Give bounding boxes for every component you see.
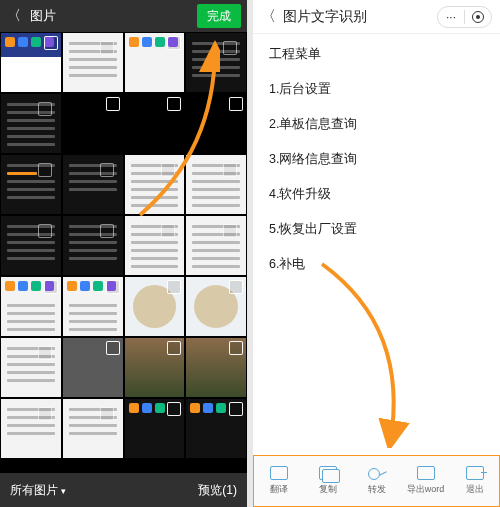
checkbox-icon[interactable] [223, 163, 237, 177]
toolbar-label: 转发 [368, 483, 386, 496]
toolbar-label: 复制 [319, 483, 337, 496]
ocr-line: 3.网络信息查询 [269, 151, 484, 168]
ocr-line: 工程菜单 [269, 46, 484, 63]
checkbox-icon[interactable] [223, 224, 237, 238]
thumbnail[interactable] [62, 154, 124, 215]
thumbnail[interactable] [0, 276, 62, 337]
checkbox-icon[interactable] [100, 407, 114, 421]
thumbnail[interactable] [0, 32, 62, 93]
close-icon[interactable] [465, 11, 491, 23]
thumbnail-grid [0, 32, 247, 473]
thumbnail[interactable] [185, 276, 247, 337]
thumbnail[interactable] [0, 215, 62, 276]
ocr-result-body: 工程菜单 1.后台设置 2.单板信息查询 3.网络信息查询 4.软件升级 5.恢… [253, 34, 500, 455]
checkbox-icon[interactable] [38, 224, 52, 238]
gallery-footer: 所有图片▾ 预览(1) [0, 473, 247, 507]
thumbnail[interactable] [185, 154, 247, 215]
checkbox-icon[interactable] [167, 280, 181, 294]
checkbox-icon[interactable] [38, 163, 52, 177]
toolbar-label: 翻译 [270, 483, 288, 496]
thumbnail[interactable] [185, 337, 247, 398]
thumbnail[interactable] [124, 32, 186, 93]
thumbnail[interactable] [0, 398, 62, 459]
checkbox-icon[interactable] [167, 402, 181, 416]
ocr-toolbar: 翻译 复制 转发 导出word 退出 [253, 455, 500, 507]
ocr-header: 〈 图片文字识别 ··· [253, 0, 500, 34]
ocr-line: 5.恢复出厂设置 [269, 221, 484, 238]
ocr-line: 1.后台设置 [269, 81, 484, 98]
checkbox-icon[interactable] [229, 97, 243, 111]
checkbox-icon[interactable] [106, 280, 120, 294]
thumbnail[interactable] [62, 398, 124, 459]
gallery-title: 图片 [28, 7, 191, 25]
thumbnail[interactable] [62, 93, 124, 154]
back-icon[interactable]: 〈 [0, 7, 28, 25]
checkbox-icon[interactable] [38, 346, 52, 360]
copy-icon [319, 466, 337, 480]
thumbnail[interactable] [62, 32, 124, 93]
checkbox-icon[interactable] [100, 224, 114, 238]
more-icon[interactable]: ··· [438, 10, 464, 24]
thumbnail[interactable] [124, 154, 186, 215]
checkbox-icon[interactable] [229, 341, 243, 355]
thumbnail[interactable] [124, 93, 186, 154]
thumbnail[interactable] [62, 337, 124, 398]
checkbox-icon[interactable] [100, 41, 114, 55]
gallery-screen: 〈 图片 完成 [0, 0, 247, 507]
checkbox-icon[interactable] [161, 163, 175, 177]
share-icon [368, 466, 386, 480]
translate-icon [270, 466, 288, 480]
thumbnail[interactable] [185, 32, 247, 93]
exit-icon [466, 466, 484, 480]
checkbox-icon[interactable] [38, 407, 52, 421]
thumbnail[interactable] [124, 337, 186, 398]
ocr-title: 图片文字识别 [281, 8, 437, 26]
thumbnail[interactable] [124, 398, 186, 459]
ocr-line: 4.软件升级 [269, 186, 484, 203]
word-icon [417, 466, 435, 480]
checkbox-icon[interactable] [229, 402, 243, 416]
toolbar-label: 退出 [466, 483, 484, 496]
gallery-header: 〈 图片 完成 [0, 0, 247, 32]
exit-button[interactable]: 退出 [450, 456, 499, 506]
checkbox-icon[interactable] [106, 97, 120, 111]
thumbnail[interactable] [0, 154, 62, 215]
checkbox-icon[interactable] [167, 36, 181, 50]
checkbox-icon[interactable] [223, 41, 237, 55]
checkbox-icon[interactable] [161, 224, 175, 238]
checkbox-icon[interactable] [100, 163, 114, 177]
checkbox-icon[interactable] [167, 97, 181, 111]
miniprogram-capsule: ··· [437, 6, 492, 28]
ocr-line: 2.单板信息查询 [269, 116, 484, 133]
all-photos-dropdown[interactable]: 所有图片▾ [10, 482, 66, 499]
export-word-button[interactable]: 导出word [401, 456, 450, 506]
ocr-line: 6.补电 [269, 256, 484, 273]
thumbnail[interactable] [0, 337, 62, 398]
checkbox-icon[interactable] [229, 280, 243, 294]
thumbnail[interactable] [124, 215, 186, 276]
thumbnail[interactable] [185, 93, 247, 154]
ocr-screen: 〈 图片文字识别 ··· 工程菜单 1.后台设置 2.单板信息查询 3.网络信息… [253, 0, 500, 507]
checkbox-icon[interactable] [167, 341, 181, 355]
preview-button[interactable]: 预览(1) [198, 482, 237, 499]
toolbar-label: 导出word [407, 483, 445, 496]
checkbox-icon[interactable] [106, 341, 120, 355]
thumbnail[interactable] [62, 215, 124, 276]
checkbox-icon[interactable] [38, 102, 52, 116]
forward-button[interactable]: 转发 [352, 456, 401, 506]
checkbox-icon[interactable] [44, 280, 58, 294]
thumbnail[interactable] [124, 276, 186, 337]
checkbox-icon[interactable] [44, 36, 58, 50]
translate-button[interactable]: 翻译 [254, 456, 303, 506]
thumbnail[interactable] [62, 276, 124, 337]
copy-button[interactable]: 复制 [303, 456, 352, 506]
thumbnail[interactable] [185, 398, 247, 459]
thumbnail[interactable] [0, 93, 62, 154]
thumbnail[interactable] [185, 215, 247, 276]
back-icon[interactable]: 〈 [261, 7, 281, 26]
done-button[interactable]: 完成 [197, 4, 241, 28]
